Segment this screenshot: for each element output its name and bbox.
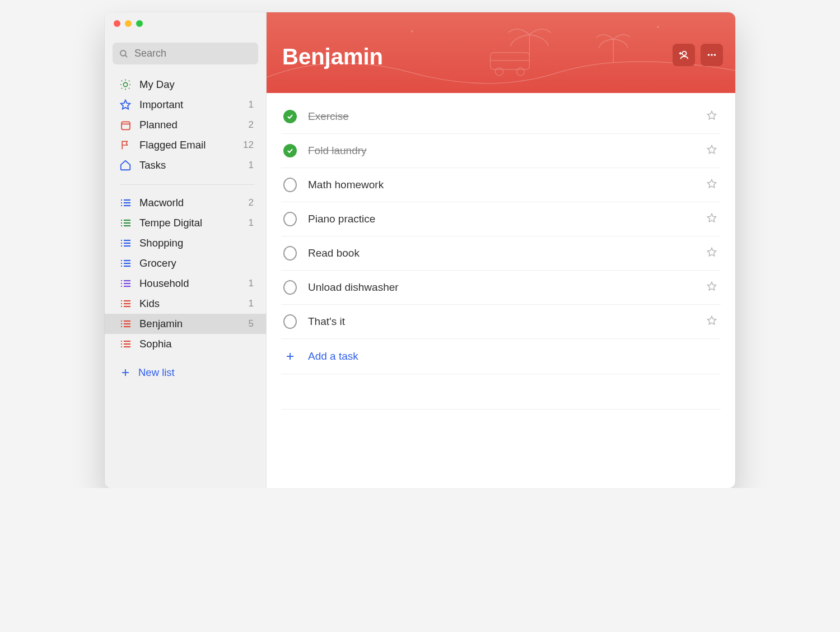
list-icon	[119, 340, 132, 348]
sidebar-list-label: Household	[139, 277, 241, 290]
smart-count: 12	[243, 140, 256, 151]
task-title: That's it	[308, 315, 695, 328]
sidebar-list-label: Kids	[139, 298, 241, 310]
sidebar-list-household[interactable]: Household1	[105, 273, 266, 294]
search-input[interactable]	[133, 47, 252, 60]
smart-count: 1	[249, 99, 256, 110]
sidebar-list-macworld[interactable]: Macworld2	[105, 193, 266, 213]
star-button[interactable]	[706, 178, 718, 192]
app-window: My Day Important 1 Planned 2 Flagged Ema…	[105, 12, 735, 488]
task-row[interactable]: Math homework	[281, 168, 721, 202]
sidebar-list-benjamin[interactable]: Benjamin5	[105, 314, 266, 334]
list-header: Benjamin	[267, 12, 735, 93]
unchecked-icon[interactable]	[283, 246, 297, 261]
window-controls	[105, 12, 266, 27]
plus-icon	[120, 368, 130, 378]
list-icon	[119, 198, 132, 207]
sidebar-list-label: Macworld	[139, 197, 241, 209]
smart-label: Planned	[139, 119, 241, 131]
ellipsis-icon	[706, 49, 718, 61]
checkmark-icon[interactable]	[283, 144, 297, 157]
svg-marker-82	[708, 248, 716, 256]
star-button[interactable]	[706, 110, 718, 123]
minimize-window-button[interactable]	[125, 20, 132, 27]
svg-rect-12	[122, 122, 130, 129]
search-field[interactable]	[113, 43, 258, 64]
sidebar-list-kids[interactable]: Kids1	[105, 294, 266, 314]
svg-marker-79	[708, 146, 716, 154]
smart-count: 1	[249, 160, 256, 171]
task-checkbox[interactable]	[283, 144, 297, 157]
svg-line-7	[122, 81, 122, 81]
task-checkbox[interactable]	[283, 212, 297, 226]
star-button[interactable]	[706, 281, 718, 294]
fullscreen-window-button[interactable]	[136, 20, 143, 27]
task-checkbox[interactable]	[283, 178, 297, 192]
list-title: Benjamin	[282, 44, 383, 69]
svg-line-10	[129, 88, 129, 89]
smart-tasks[interactable]: Tasks 1	[105, 155, 266, 175]
smart-flagged[interactable]: Flagged Email 12	[105, 135, 266, 155]
star-button[interactable]	[706, 144, 718, 157]
star-button[interactable]	[706, 247, 718, 260]
sidebar-list-shopping[interactable]: Shopping	[105, 233, 266, 253]
unchecked-icon[interactable]	[283, 314, 297, 329]
svg-point-0	[120, 50, 126, 56]
list-options-button[interactable]	[701, 44, 723, 66]
task-title: Unload dishwasher	[308, 281, 695, 294]
star-button[interactable]	[706, 315, 718, 328]
task-checkbox[interactable]	[283, 247, 297, 260]
share-button[interactable]	[673, 44, 695, 66]
smart-important[interactable]: Important 1	[105, 95, 266, 115]
new-list-button[interactable]: New list	[105, 361, 266, 384]
svg-marker-84	[708, 317, 716, 324]
sidebar-list-count: 2	[249, 197, 256, 208]
sidebar-list-grocery[interactable]: Grocery	[105, 253, 266, 273]
task-title: Fold laundry	[308, 145, 695, 157]
sidebar-list-sophia[interactable]: Sophia	[105, 334, 266, 354]
user-plus-icon	[678, 49, 690, 61]
search-icon	[119, 49, 129, 59]
close-window-button[interactable]	[114, 20, 120, 27]
sidebar-list-count: 1	[249, 298, 256, 309]
smart-myday[interactable]: My Day	[105, 75, 266, 95]
task-row[interactable]: Unload dishwasher	[281, 271, 721, 305]
task-row[interactable]: Read book	[281, 236, 721, 271]
add-task-row[interactable]: Add a task	[281, 339, 721, 374]
svg-point-76	[711, 54, 713, 56]
unchecked-icon[interactable]	[283, 280, 297, 295]
svg-point-70	[411, 31, 412, 32]
star-button[interactable]	[706, 212, 718, 226]
svg-marker-83	[708, 282, 716, 290]
unchecked-icon[interactable]	[283, 212, 297, 226]
task-checkbox[interactable]	[283, 110, 297, 123]
smart-lists: My Day Important 1 Planned 2 Flagged Ema…	[105, 70, 266, 182]
svg-point-2	[123, 82, 127, 86]
main-panel: Benjamin ExerciseFold laundryMath homewo…	[267, 12, 735, 488]
sidebar-list-label: Tempe Digital	[139, 217, 241, 229]
checkmark-icon[interactable]	[283, 110, 297, 123]
task-list: ExerciseFold laundryMath homeworkPiano p…	[267, 93, 735, 410]
smart-label: Important	[139, 99, 241, 111]
svg-marker-11	[121, 100, 130, 109]
task-checkbox[interactable]	[283, 315, 297, 328]
divider	[281, 409, 721, 410]
sidebar-list-label: Shopping	[139, 237, 246, 249]
sidebar-list-count: 1	[249, 278, 256, 289]
header-actions	[673, 44, 723, 66]
sidebar: My Day Important 1 Planned 2 Flagged Ema…	[105, 12, 267, 488]
plus-icon	[283, 351, 297, 361]
task-checkbox[interactable]	[283, 281, 297, 294]
task-row[interactable]: Exercise	[281, 100, 721, 134]
svg-point-72	[682, 52, 686, 55]
add-task-label: Add a task	[308, 350, 358, 363]
smart-count: 2	[249, 119, 256, 131]
list-icon	[119, 239, 132, 248]
smart-planned[interactable]: Planned 2	[105, 115, 266, 135]
task-row[interactable]: Fold laundry	[281, 134, 721, 168]
sidebar-list-label: Sophia	[139, 338, 246, 350]
task-row[interactable]: That's it	[281, 305, 721, 339]
sidebar-list-tempe-digital[interactable]: Tempe Digital1	[105, 213, 266, 233]
unchecked-icon[interactable]	[283, 178, 297, 192]
task-row[interactable]: Piano practice	[281, 202, 721, 236]
